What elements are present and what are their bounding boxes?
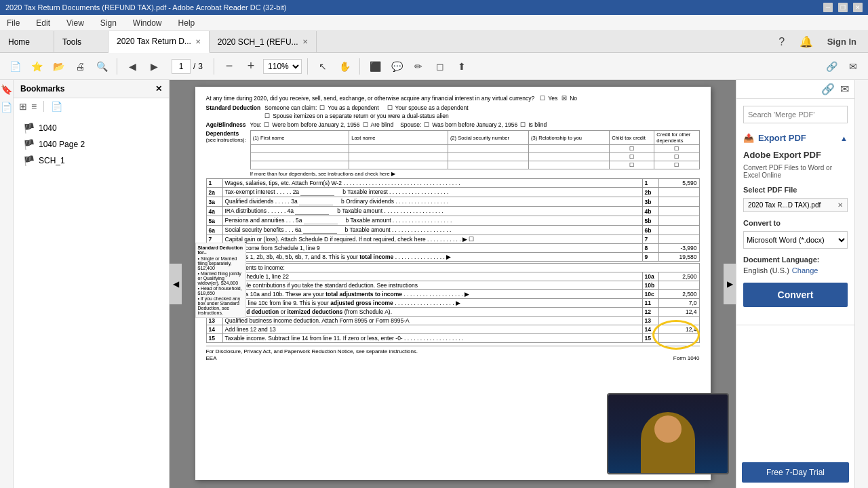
menu-help[interactable]: Help (176, 17, 198, 29)
line-13: 13 Qualified business income deduction. … (206, 317, 699, 325)
line-3a: 3a Qualified dividends . . . . . 3a b Or… (206, 197, 699, 207)
income-lines-table: 1 Wages, salaries, tips, etc. Attach For… (206, 178, 700, 262)
help-icon[interactable]: ? (772, 33, 791, 52)
line-11-desc: Subtract line 10c from line 9. This is y… (222, 299, 642, 308)
menu-edit[interactable]: Edit (33, 17, 53, 29)
bookmark-sch1[interactable]: 🏴 SCH_1 (19, 152, 163, 169)
spouse-itemizes-row: ☐ Spouse itemizes on a separate return o… (264, 113, 699, 119)
bookmark-1040-page2-label: 1040 Page 2 (39, 140, 85, 149)
line-9-ref: 9 (642, 253, 658, 262)
cursor-tool-button[interactable]: ↖ (313, 57, 332, 76)
right-panel: 🔗 ✉ 📤 Export PDF ▲ Adobe Export PDF Conv… (736, 80, 854, 488)
tab-pdf2[interactable]: 2020 SCH_1 (REFU... ✕ (210, 31, 317, 52)
line-14: 14 Add lines 12 and 13 14 12,4 (206, 325, 699, 334)
line-10b-desc: Charitable contributions if you take the… (222, 281, 642, 290)
line-10b-value (658, 281, 699, 290)
convert-button[interactable]: Convert (743, 283, 848, 307)
tab-tools[interactable]: Tools (54, 31, 108, 52)
right-share-button[interactable]: 🔗 (822, 57, 841, 76)
sidebar-bookmark-icon[interactable]: 🔖 (1, 84, 12, 95)
menu-sign[interactable]: Sign (98, 17, 119, 29)
close-window-button[interactable]: ✕ (853, 3, 863, 12)
line-4a-desc: IRA distributions . . . . . . 4a b Taxab… (222, 207, 642, 216)
dependent-row-2: ☐ ☐ (250, 153, 699, 161)
markup-tool-button[interactable]: ⬛ (366, 57, 384, 76)
sidebar-title: Bookmarks (20, 84, 64, 94)
export-pdf-button[interactable]: 📤 Export PDF ▲ (743, 130, 848, 146)
line-4a-num: 4a (206, 207, 222, 216)
export-section: 📤 Export PDF ▲ Adobe Export PDF Convert … (736, 99, 854, 325)
menu-window[interactable]: Window (130, 17, 165, 29)
adobe-export-desc: Convert PDF Files to Word or Excel Onlin… (743, 164, 848, 179)
right-mail-button[interactable]: ✉ (844, 57, 863, 76)
line-15-num: 15 (206, 334, 222, 343)
scroll-right-button[interactable]: ▶ (724, 264, 736, 304)
sidebar-page-thumb-icon[interactable]: 📄 (1, 102, 12, 113)
line-12-desc: Standard deduction or itemized deduction… (222, 308, 642, 317)
zoom-select[interactable]: 50%75%100%110%125%150% (263, 59, 302, 74)
restore-button[interactable]: ❐ (838, 3, 848, 12)
bookmark-star-button[interactable]: ⭐ (27, 57, 46, 76)
free-trial-button[interactable]: Free 7-Day Trial (742, 462, 849, 483)
share-button[interactable]: ⬆ (452, 57, 471, 76)
prev-page-button[interactable]: ◀ (123, 57, 142, 76)
sidebar-list-icon[interactable]: ≡ (31, 101, 37, 112)
line-9-value: 19,580 (658, 253, 699, 262)
menu-file[interactable]: File (4, 17, 22, 29)
remove-pdf-icon[interactable]: ✕ (837, 201, 843, 209)
bookmark-flag-icon: 🏴 (23, 123, 35, 134)
line-8-value: -3,990 (658, 244, 699, 253)
scroll-left-button[interactable]: ◀ (170, 264, 182, 304)
tab-pdf1[interactable]: 2020 Tax Return D... ✕ (108, 31, 210, 53)
line-5b-value (658, 216, 699, 226)
pen-button[interactable]: ✏ (409, 57, 428, 76)
tab-pdf2-close[interactable]: ✕ (302, 38, 308, 45)
adobe-export-title: Adobe Export PDF (743, 150, 848, 160)
line-5a: 5a Pensions and annuities . . . 5a b Tax… (206, 216, 699, 226)
col-child-credit: Child tax credit (610, 131, 654, 145)
search-button[interactable]: 🔍 (92, 57, 111, 76)
tab-pdf2-label: 2020 SCH_1 (REFU... (218, 37, 298, 47)
right-mail-top-icon[interactable]: ✉ (840, 83, 849, 96)
line-7-value (658, 235, 699, 244)
line-4b-ref: 4b (642, 207, 658, 216)
zoom-in-button[interactable]: + (241, 57, 260, 76)
bookmark-1040-page2[interactable]: 🏴 1040 Page 2 (19, 136, 163, 152)
change-language-link[interactable]: Change (792, 266, 818, 274)
comment-button[interactable]: 💬 (387, 57, 406, 76)
dependent-row-3: ☐ ☐ (250, 161, 699, 169)
line-3b-ref: 3b (642, 197, 658, 207)
next-page-button[interactable]: ▶ (144, 57, 163, 76)
page-total: 3 (198, 62, 203, 71)
print-button[interactable]: 🖨 (71, 57, 90, 76)
new-file-button[interactable]: 📄 (5, 57, 24, 76)
sidebar-grid-icon[interactable]: ⊞ (19, 101, 27, 112)
notification-icon[interactable]: 🔔 (797, 33, 816, 52)
line-2b-ref: 2b (642, 188, 658, 197)
convert-to-select[interactable]: Microsoft Word (*.docx) Microsoft Excel … (743, 231, 848, 249)
zoom-out-button[interactable]: − (220, 57, 239, 76)
search-merge-input[interactable] (743, 106, 848, 123)
bookmark-1040[interactable]: 🏴 1040 (19, 120, 163, 136)
minimize-button[interactable]: ─ (823, 3, 833, 12)
page-number-input[interactable] (172, 59, 191, 74)
line-10-label: Adjustments to income: (222, 264, 699, 272)
virtual-currency-question: At any time during 2020, did you receive… (206, 95, 535, 102)
menu-view[interactable]: View (64, 17, 87, 29)
line-14-value: 12,4 (658, 325, 699, 334)
eraser-button[interactable]: ◻ (431, 57, 450, 76)
open-button[interactable]: 📂 (49, 57, 68, 76)
sidebar-left-nav: 🔖 📄 (0, 80, 14, 488)
right-share-top-icon[interactable]: 🔗 (821, 83, 835, 96)
toolbar-sep-2 (214, 58, 214, 75)
line-3a-desc: Qualified dividends . . . . . 3a b Ordin… (222, 197, 642, 207)
hand-tool-button[interactable]: ✋ (335, 57, 354, 76)
adobe-export-content: Adobe Export PDF Convert PDF Files to Wo… (743, 146, 848, 318)
tab-home[interactable]: Home (0, 31, 54, 52)
sign-in-button[interactable]: Sign In (821, 33, 863, 52)
tab-pdf1-close[interactable]: ✕ (195, 38, 201, 45)
tab-pdf1-label: 2020 Tax Return D... (117, 37, 191, 46)
line-9: 9 Add lines 1, 2b, 3b, 4b, 5b, 6b, 7, an… (206, 253, 699, 262)
sidebar-page-icon[interactable]: 📄 (51, 101, 62, 112)
sidebar-close-button[interactable]: ✕ (155, 84, 162, 94)
